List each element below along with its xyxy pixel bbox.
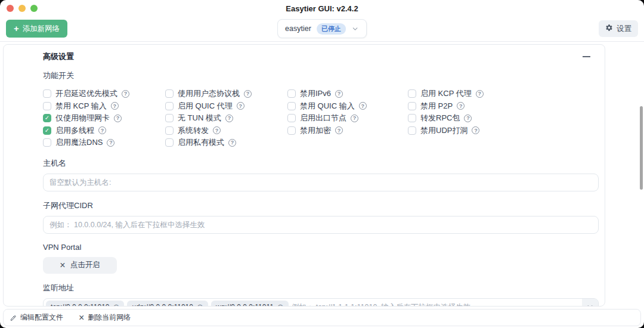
listener-value: udp://0.0.0.0:11010 bbox=[132, 303, 193, 307]
feature-switch[interactable]: 转发RPC包 bbox=[408, 112, 484, 125]
status-badge: 已停止 bbox=[317, 23, 346, 35]
help-icon[interactable] bbox=[359, 102, 367, 110]
checkbox[interactable] bbox=[165, 102, 174, 110]
listeners-input[interactable] bbox=[292, 299, 582, 307]
checkbox[interactable] bbox=[408, 102, 416, 110]
checkbox[interactable] bbox=[43, 89, 51, 98]
zoom-window-button[interactable] bbox=[30, 5, 38, 12]
switch-label: 禁用 QUIC 输入 bbox=[300, 101, 355, 112]
help-icon[interactable] bbox=[111, 102, 119, 110]
checkbox[interactable] bbox=[43, 126, 51, 135]
delete-network-button[interactable]: 删除当前网络 bbox=[79, 312, 131, 323]
add-network-button[interactable]: 添加新网络 bbox=[6, 20, 67, 38]
feature-switch[interactable]: 使用用户态协议栈 bbox=[165, 88, 287, 100]
switch-column: 使用用户态协议栈 启用 QUIC 代理 无 TUN 模式 bbox=[165, 88, 287, 149]
checkbox[interactable] bbox=[43, 102, 51, 110]
feature-switch[interactable]: 无 TUN 模式 bbox=[165, 112, 287, 125]
help-icon[interactable] bbox=[457, 102, 465, 110]
feature-switch[interactable]: 禁用IPv6 bbox=[287, 88, 408, 100]
add-icon bbox=[14, 24, 19, 33]
checkbox[interactable] bbox=[165, 114, 174, 122]
scrollbar-thumb[interactable] bbox=[640, 106, 643, 190]
feature-switch[interactable]: 禁用 QUIC 输入 bbox=[287, 100, 408, 113]
help-icon[interactable] bbox=[228, 139, 236, 147]
switch-label: 启用 KCP 代理 bbox=[420, 88, 472, 99]
feature-switch[interactable]: 启用 QUIC 代理 bbox=[165, 100, 287, 113]
minimize-window-button[interactable] bbox=[18, 5, 26, 12]
checkbox[interactable] bbox=[165, 89, 174, 98]
network-name: easytier bbox=[285, 24, 311, 33]
help-icon[interactable] bbox=[476, 90, 484, 98]
feature-switch[interactable]: 启用私有模式 bbox=[165, 137, 287, 149]
network-select[interactable]: easytier 已停止 bbox=[277, 19, 367, 38]
help-icon[interactable] bbox=[98, 126, 106, 134]
feature-switch[interactable]: 系统转发 bbox=[165, 125, 287, 137]
listeners-label: 监听地址 bbox=[43, 283, 597, 293]
checkbox[interactable] bbox=[43, 138, 51, 147]
listener-tag: wg://0.0.0.0:11011 bbox=[211, 301, 289, 307]
settings-label: 设置 bbox=[617, 24, 631, 34]
switch-label: 启用魔法DNS bbox=[55, 137, 103, 148]
panel-title: 高级设置 bbox=[43, 51, 74, 62]
switch-column: 启用 KCP 代理 禁用 P2P 转发RPC包 bbox=[408, 88, 484, 149]
remove-tag-icon[interactable] bbox=[197, 303, 203, 307]
checkbox[interactable] bbox=[43, 114, 51, 122]
checkbox[interactable] bbox=[408, 126, 416, 135]
close-window-button[interactable] bbox=[7, 5, 14, 12]
help-icon[interactable] bbox=[351, 115, 358, 122]
checkbox[interactable] bbox=[287, 126, 296, 135]
switch-label: 系统转发 bbox=[178, 125, 209, 136]
traffic-lights bbox=[7, 5, 38, 12]
gear-icon bbox=[605, 24, 613, 33]
help-icon[interactable] bbox=[472, 126, 479, 134]
help-icon[interactable] bbox=[213, 126, 221, 134]
switch-label: 启用出口节点 bbox=[300, 113, 346, 123]
listener-value: tcp://0.0.0.0:11010 bbox=[51, 303, 110, 307]
chevron-down-icon bbox=[351, 25, 359, 33]
feature-switch[interactable]: 启用魔法DNS bbox=[43, 137, 165, 149]
help-icon[interactable] bbox=[114, 115, 122, 122]
remove-tag-icon[interactable] bbox=[277, 303, 284, 307]
checkbox[interactable] bbox=[165, 138, 174, 147]
checkbox[interactable] bbox=[287, 89, 296, 98]
checkbox[interactable] bbox=[287, 102, 296, 110]
hostname-input[interactable] bbox=[43, 174, 599, 191]
add-network-label: 添加新网络 bbox=[23, 24, 60, 34]
checkbox[interactable] bbox=[408, 89, 416, 98]
subnet-proxy-input[interactable] bbox=[43, 216, 599, 234]
checkbox[interactable] bbox=[165, 126, 174, 135]
help-icon[interactable] bbox=[244, 90, 252, 98]
checkbox[interactable] bbox=[287, 114, 296, 122]
help-icon[interactable] bbox=[225, 115, 233, 122]
listeners-multiselect[interactable]: tcp://0.0.0.0:11010 udp://0.0.0.0:11010 … bbox=[43, 298, 599, 307]
feature-switch[interactable]: 禁用UDP打洞 bbox=[408, 125, 484, 137]
help-icon[interactable] bbox=[122, 90, 129, 98]
switch-label: 禁用加密 bbox=[300, 125, 331, 136]
chevron-down-icon[interactable] bbox=[582, 299, 598, 307]
feature-switch[interactable]: 仅使用物理网卡 bbox=[43, 112, 165, 125]
feature-switch[interactable]: 禁用 KCP 输入 bbox=[43, 100, 165, 113]
feature-switch[interactable]: 禁用 P2P bbox=[408, 100, 484, 113]
feature-switch[interactable]: 禁用加密 bbox=[287, 125, 408, 137]
help-icon[interactable] bbox=[335, 126, 343, 134]
help-icon[interactable] bbox=[464, 115, 472, 122]
help-icon[interactable] bbox=[237, 102, 244, 110]
collapse-panel-button[interactable] bbox=[578, 52, 594, 61]
feature-switch[interactable]: 启用多线程 bbox=[43, 125, 165, 137]
feature-switch[interactable]: 开启延迟优先模式 bbox=[43, 88, 165, 100]
edit-config-button[interactable]: 编辑配置文件 bbox=[10, 312, 63, 323]
collapse-icon bbox=[583, 56, 590, 57]
feature-switch[interactable]: 启用 KCP 代理 bbox=[408, 88, 484, 100]
feature-switch[interactable]: 启用出口节点 bbox=[287, 112, 408, 125]
vpn-portal-toggle-button[interactable]: 点击开启 bbox=[43, 257, 117, 274]
window-title: Easytier GUI: v2.4.2 bbox=[0, 0, 644, 18]
help-icon[interactable] bbox=[107, 139, 114, 147]
switch-label: 启用 QUIC 代理 bbox=[178, 101, 233, 112]
feature-switches-label: 功能开关 bbox=[43, 70, 597, 81]
remove-tag-icon[interactable] bbox=[113, 303, 120, 307]
switch-label: 禁用IPv6 bbox=[300, 88, 331, 99]
help-icon[interactable] bbox=[335, 90, 343, 98]
checkbox[interactable] bbox=[408, 114, 416, 122]
switch-label: 使用用户态协议栈 bbox=[178, 88, 240, 99]
settings-button[interactable]: 设置 bbox=[599, 20, 638, 37]
